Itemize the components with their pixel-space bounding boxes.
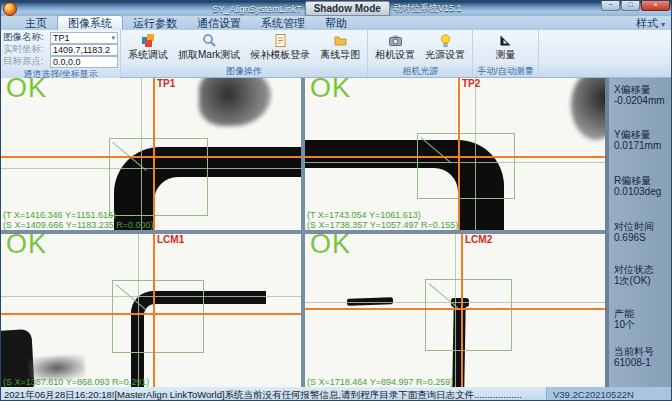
cube-icon xyxy=(141,32,156,48)
measure-button[interactable]: 测量 xyxy=(490,31,520,62)
group-camera-light: 相机设置 光源设置 相机光源 xyxy=(368,30,473,77)
camera-view-lcm2[interactable]: OK LCM2 (S X=1718.464 Y=894.997 R=0.259) xyxy=(305,234,605,387)
camera-grid: OK TP1 (T X=1416.346 Y=1151.616) (S X=14… xyxy=(1,78,672,387)
version-label: V39.2C20210522N xyxy=(546,387,672,401)
y-offset-label: Y偏移量 xyxy=(614,129,661,140)
dropdown-caret-icon: ▾ xyxy=(111,34,115,42)
maximize-button[interactable]: □ xyxy=(621,1,640,11)
folder-icon xyxy=(333,32,348,48)
crosshair-h xyxy=(1,156,301,158)
coord-readout: (T X=1743.054 Y=1061.613) (S X=1738.357 … xyxy=(307,211,458,230)
magnifier-icon xyxy=(202,32,217,48)
capacity-value: 10个 xyxy=(614,319,635,330)
app-logo-icon xyxy=(3,2,17,16)
roi-box xyxy=(112,280,204,353)
group-channel-coords: 图像名称: TP1 ▾ 实时坐标: 1409.7,1183.2 目标原点: xyxy=(1,30,121,77)
coord-readout: (T X=1416.346 Y=1151.616) (S X=1409.666 … xyxy=(3,211,154,230)
tab-comm-settings[interactable]: 通信设置 xyxy=(187,16,251,30)
menu-tab-bar: 主页 图像系统 运行参数 通信设置 系统管理 帮助 样式 ▾ xyxy=(1,16,672,30)
group-label-camera-light: 相机光源 xyxy=(368,65,472,77)
crosshair-v xyxy=(153,234,155,387)
set-square-icon xyxy=(498,32,513,48)
divider-horizontal xyxy=(1,230,605,234)
tab-image-system[interactable]: 图像系统 xyxy=(57,15,123,30)
target-origin-field[interactable]: 0.0,0.0 xyxy=(50,56,118,68)
status-message: 2021年06月28日16:20:18![MasterAlign LinkToW… xyxy=(1,389,522,400)
x-offset-label: X偏移量 xyxy=(614,84,665,95)
camera-label: LCM2 xyxy=(465,234,492,245)
result-sidebar: X偏移量 -0.0204mm Y偏移量 0.0171mm R偏移量 0.0103… xyxy=(609,78,672,387)
roi-box xyxy=(417,133,515,199)
live-coord-field[interactable]: 1409.7,1183.2 xyxy=(50,44,118,56)
camera-view-tp1[interactable]: OK TP1 (T X=1416.346 Y=1151.616) (S X=14… xyxy=(1,78,301,230)
backup-template-login-button[interactable]: 候补模板登录 xyxy=(245,31,315,62)
status-ok: OK xyxy=(6,78,47,104)
crosshair-h xyxy=(305,156,605,158)
camera-icon xyxy=(388,32,403,48)
part-number-value: 61008-1 xyxy=(614,357,654,368)
align-status-label: 对位状态 xyxy=(614,264,654,275)
camera-view-tp2[interactable]: OK TP2 (T X=1743.054 Y=1061.613) (S X=17… xyxy=(305,78,605,230)
camera-view-lcm1[interactable]: OK LCM1 (S X=1387.610 Y=868.093 R=0.291) xyxy=(1,234,301,387)
crosshair-h xyxy=(1,313,301,315)
align-status-value: 1次(OK) xyxy=(614,275,654,286)
status-ok: OK xyxy=(310,78,351,104)
light-settings-button[interactable]: 光源设置 xyxy=(420,31,470,62)
system-debug-button[interactable]: 系统调试 xyxy=(123,31,173,62)
title-bar: SY_AlignSystemLinkT Shadow Mode 动对位系统V15… xyxy=(1,1,672,16)
lightbulb-icon xyxy=(438,32,453,48)
coord-readout: (S X=1387.610 Y=868.093 R=0.291) xyxy=(3,378,149,388)
window-title-right: 动对位系统V15.1 xyxy=(393,2,462,15)
capacity-label: 产能 xyxy=(614,308,635,319)
coord-readout: (S X=1718.464 Y=894.997 R=0.259) xyxy=(307,378,453,388)
y-offset-value: 0.0171mm xyxy=(614,140,661,151)
tab-system-mgmt[interactable]: 系统管理 xyxy=(251,16,315,30)
minimize-button[interactable]: − xyxy=(601,1,620,11)
document-icon xyxy=(273,32,288,48)
camera-label: TP1 xyxy=(157,78,175,89)
crosshair-v xyxy=(461,234,463,387)
crosshair-h xyxy=(305,308,605,310)
tab-help[interactable]: 帮助 xyxy=(315,16,357,30)
group-measure: 测量 手动/自动测量 xyxy=(473,30,539,77)
camera-settings-button[interactable]: 相机设置 xyxy=(370,31,420,62)
align-time-label: 对位时间 xyxy=(614,221,654,232)
gray-blob xyxy=(199,78,271,126)
app-window: SY_AlignSystemLinkT Shadow Mode 动对位系统V15… xyxy=(0,0,672,401)
status-ok: OK xyxy=(6,234,47,260)
group-label-image-ops: 图像操作 xyxy=(121,65,367,77)
chevron-down-icon: ▾ xyxy=(661,20,665,29)
offline-image-button[interactable]: 离线导图 xyxy=(315,31,365,62)
group-image-ops: 系统调试 抓取Mark测试 候补模板登录 xyxy=(121,30,368,77)
close-button[interactable]: × xyxy=(641,1,670,11)
crosshair-v xyxy=(458,78,460,230)
target-origin-label: 目标原点: xyxy=(3,55,50,68)
crosshair-v xyxy=(153,78,155,230)
status-ok: OK xyxy=(310,234,351,260)
ribbon-filler xyxy=(539,30,672,77)
r-offset-value: 0.0103deg xyxy=(614,186,661,197)
align-time-value: 0.696S xyxy=(614,232,654,243)
r-offset-label: R偏移量 xyxy=(614,175,661,186)
x-offset-value: -0.0204mm xyxy=(614,95,665,106)
group-label-measure: 手动/自动测量 xyxy=(473,65,538,77)
roi-box xyxy=(109,138,208,216)
window-title-left: SY_AlignSystemLinkT xyxy=(213,4,302,14)
tab-home[interactable]: 主页 xyxy=(15,16,57,30)
tab-run-params[interactable]: 运行参数 xyxy=(123,16,187,30)
style-menu[interactable]: 样式 ▾ xyxy=(636,17,665,30)
gray-blob xyxy=(571,78,605,140)
grab-mark-test-button[interactable]: 抓取Mark测试 xyxy=(173,31,245,62)
camera-label: LCM1 xyxy=(157,234,184,245)
image-name-select[interactable]: TP1 ▾ xyxy=(50,32,118,44)
shadow-mode-badge: Shadow Mode xyxy=(305,1,390,16)
status-bar: 2021年06月28日16:20:18![MasterAlign LinkToW… xyxy=(1,387,672,401)
ribbon-toolbar: 图像名称: TP1 ▾ 实时坐标: 1409.7,1183.2 目标原点: xyxy=(1,30,672,78)
camera-label: TP2 xyxy=(462,78,480,89)
part-number-label: 当前料号 xyxy=(614,346,654,357)
